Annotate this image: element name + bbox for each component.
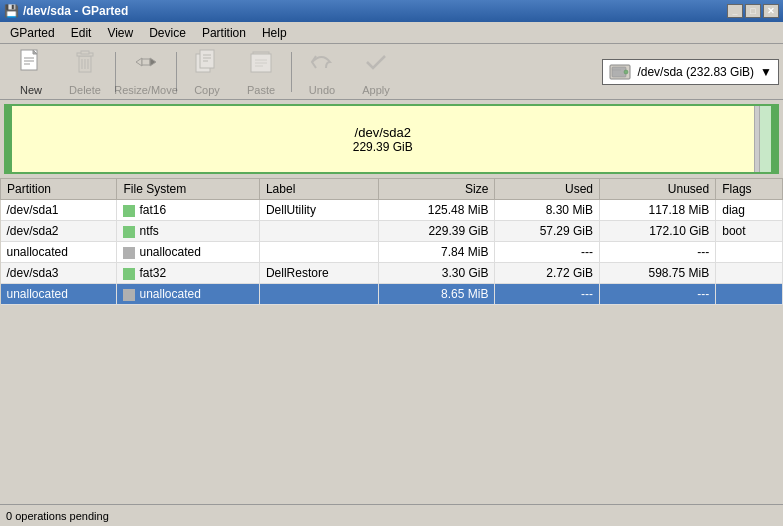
col-label[interactable]: Label: [259, 179, 378, 200]
copy-label: Copy: [194, 84, 220, 96]
disk-visual: /dev/sda2 229.39 GiB: [4, 104, 779, 174]
hdd-icon: [609, 63, 631, 81]
cell-used: 2.72 GiB: [495, 263, 600, 284]
disk-seg-sda2-label: /dev/sda2: [355, 125, 411, 140]
device-arrow: ▼: [760, 65, 772, 79]
paste-label: Paste: [247, 84, 275, 96]
cell-unused: 172.10 GiB: [600, 221, 716, 242]
cell-used: 57.29 GiB: [495, 221, 600, 242]
titlebar-controls: _ □ ✕: [727, 4, 779, 18]
paste-icon: [247, 48, 275, 82]
copy-icon: [193, 48, 221, 82]
cell-unused: 598.75 MiB: [600, 263, 716, 284]
resize-move-button[interactable]: Resize/Move: [119, 47, 173, 97]
col-flags[interactable]: Flags: [716, 179, 783, 200]
cell-unused: ---: [600, 242, 716, 263]
cell-label: DellRestore: [259, 263, 378, 284]
toolbar-sep-3: [291, 52, 292, 92]
apply-icon: [362, 48, 390, 82]
cell-size: 8.65 MiB: [379, 284, 495, 305]
table-row[interactable]: unallocatedunallocated7.84 MiB------: [1, 242, 783, 263]
table-body: /dev/sda1fat16DellUtility125.48 MiB8.30 …: [1, 200, 783, 305]
cell-unused: 117.18 MiB: [600, 200, 716, 221]
cell-flags: [716, 263, 783, 284]
col-unused[interactable]: Unused: [600, 179, 716, 200]
cell-label: [259, 242, 378, 263]
toolbar: New Delete Resize/Move: [0, 44, 783, 100]
menubar: GParted Edit View Device Partition Help: [0, 22, 783, 44]
disk-seg-sda2-size: 229.39 GiB: [353, 140, 413, 154]
col-used[interactable]: Used: [495, 179, 600, 200]
copy-button[interactable]: Copy: [180, 47, 234, 97]
status-text: 0 operations pending: [6, 510, 109, 522]
table-row[interactable]: /dev/sda3fat32DellRestore3.30 GiB2.72 Gi…: [1, 263, 783, 284]
titlebar-title: /dev/sda - GParted: [23, 4, 128, 18]
disk-seg-sda2[interactable]: /dev/sda2 229.39 GiB: [12, 106, 755, 172]
titlebar: 💾 /dev/sda - GParted _ □ ✕: [0, 0, 783, 22]
titlebar-icon: 💾: [4, 4, 19, 18]
disk-left-indicator: [6, 106, 12, 172]
new-label: New: [20, 84, 42, 96]
cell-label: [259, 221, 378, 242]
cell-partition: /dev/sda1: [1, 200, 117, 221]
menu-partition[interactable]: Partition: [194, 24, 254, 42]
col-size[interactable]: Size: [379, 179, 495, 200]
statusbar: 0 operations pending: [0, 504, 783, 526]
svg-rect-12: [142, 59, 150, 65]
device-selector[interactable]: /dev/sda (232.83 GiB) ▼: [602, 59, 779, 85]
table-row[interactable]: unallocatedunallocated8.65 MiB------: [1, 284, 783, 305]
undo-icon: [308, 48, 336, 82]
menu-gparted[interactable]: GParted: [2, 24, 63, 42]
titlebar-left: 💾 /dev/sda - GParted: [4, 4, 128, 18]
col-partition[interactable]: Partition: [1, 179, 117, 200]
maximize-button[interactable]: □: [745, 4, 761, 18]
cell-partition: /dev/sda3: [1, 263, 117, 284]
table-row[interactable]: /dev/sda2ntfs229.39 GiB57.29 GiB172.10 G…: [1, 221, 783, 242]
cell-flags: boot: [716, 221, 783, 242]
new-button[interactable]: New: [4, 47, 58, 97]
cell-partition: unallocated: [1, 284, 117, 305]
menu-view[interactable]: View: [99, 24, 141, 42]
disk-right-indicator: [771, 106, 777, 172]
partitions-table: Partition File System Label Size Used Un…: [0, 178, 783, 305]
cell-unused: ---: [600, 284, 716, 305]
cell-filesystem: ntfs: [117, 221, 259, 242]
cell-used: 8.30 MiB: [495, 200, 600, 221]
undo-label: Undo: [309, 84, 335, 96]
col-filesystem[interactable]: File System: [117, 179, 259, 200]
undo-button[interactable]: Undo: [295, 47, 349, 97]
cell-filesystem: fat32: [117, 263, 259, 284]
cell-partition: unallocated: [1, 242, 117, 263]
cell-size: 229.39 GiB: [379, 221, 495, 242]
apply-button[interactable]: Apply: [349, 47, 403, 97]
paste-button[interactable]: Paste: [234, 47, 288, 97]
cell-filesystem: unallocated: [117, 284, 259, 305]
delete-icon: [71, 48, 99, 82]
table-row[interactable]: /dev/sda1fat16DellUtility125.48 MiB8.30 …: [1, 200, 783, 221]
cell-flags: [716, 284, 783, 305]
svg-rect-7: [81, 51, 89, 54]
cell-used: ---: [495, 284, 600, 305]
cell-size: 125.48 MiB: [379, 200, 495, 221]
cell-used: ---: [495, 242, 600, 263]
resize-move-label: Resize/Move: [114, 84, 178, 96]
cell-size: 3.30 GiB: [379, 263, 495, 284]
new-icon: [17, 48, 45, 82]
close-button[interactable]: ✕: [763, 4, 779, 18]
minimize-button[interactable]: _: [727, 4, 743, 18]
cell-label: [259, 284, 378, 305]
cell-size: 7.84 MiB: [379, 242, 495, 263]
table-header-row: Partition File System Label Size Used Un…: [1, 179, 783, 200]
menu-edit[interactable]: Edit: [63, 24, 100, 42]
delete-label: Delete: [69, 84, 101, 96]
delete-button[interactable]: Delete: [58, 47, 112, 97]
menu-help[interactable]: Help: [254, 24, 295, 42]
svg-marker-13: [150, 58, 156, 66]
cell-flags: diag: [716, 200, 783, 221]
cell-flags: [716, 242, 783, 263]
cell-label: DellUtility: [259, 200, 378, 221]
svg-point-26: [624, 70, 628, 74]
menu-device[interactable]: Device: [141, 24, 194, 42]
device-label: /dev/sda (232.83 GiB): [637, 65, 754, 79]
svg-marker-11: [136, 58, 142, 66]
